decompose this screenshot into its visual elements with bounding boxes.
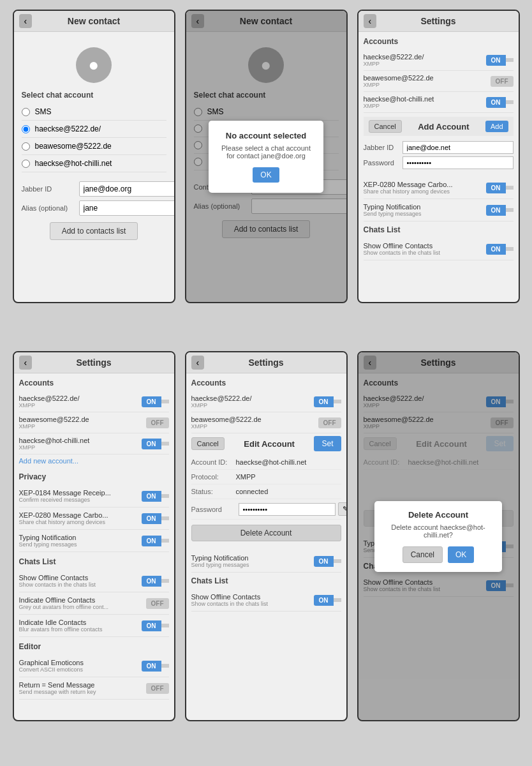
radio-input-acc1-1[interactable]	[22, 125, 30, 133]
typing-label-3: Typing Notification	[364, 203, 486, 211]
toggle-show-offline-3[interactable]: ON	[486, 244, 514, 255]
xep0280-row-4: XEP-0280 Message Carbo...Share chat hist…	[19, 507, 169, 530]
account-4-3: haeckse@hot-chilli.netXMPP ON	[19, 433, 169, 454]
xep0280-row-3: XEP-0280 Message Carbo...Share chat hist…	[364, 177, 514, 199]
password-row-3: Password	[364, 156, 514, 169]
password-input-5[interactable]	[239, 503, 336, 516]
radio-input-acc2-1[interactable]	[22, 142, 30, 151]
popup-title-2: No account selected	[219, 131, 313, 140]
screen-title-4: Settings	[76, 357, 111, 368]
indicate-idle-label-4: Indicate Idle Contacts	[19, 619, 142, 626]
account-4-1: haeckse@5222.de/XMPP ON	[19, 391, 169, 412]
radio-acc2-1[interactable]: beawesome@5222.de	[22, 138, 166, 155]
alias-input-1[interactable]	[79, 200, 175, 216]
back-button-4[interactable]: ‹	[19, 356, 33, 370]
typing-row-3: Typing NotificationSend typing messages …	[364, 199, 514, 222]
status-label-5: Status:	[191, 488, 236, 495]
accounts-label-3: Accounts	[364, 37, 514, 46]
jabberid-label-1: Jabber ID	[22, 185, 79, 193]
toggle-4-1[interactable]: ON	[142, 396, 169, 407]
cancel-btn-3[interactable]: Cancel	[369, 120, 402, 133]
toggle-5-1[interactable]: ON	[314, 396, 341, 407]
toggle-3-3[interactable]: ON	[486, 97, 514, 108]
show-offline-sub-5: Show contacts in the chats list	[191, 601, 314, 607]
acc-type-4-1: XMPP	[19, 402, 80, 409]
toggle-typing-4[interactable]: ON	[142, 536, 169, 546]
screen-title-5: Settings	[248, 357, 283, 368]
account-5-1: haeckse@5222.de/XMPP ON	[191, 391, 341, 412]
delete-account-btn-5[interactable]: Delete Account	[191, 525, 341, 541]
show-offline-label-4: Show Offline Contacts	[19, 574, 142, 582]
jabberid-input-3[interactable]	[403, 141, 514, 154]
account-item-1-3: haeckse@5222.de/XMPP ON	[364, 50, 514, 71]
add-btn-3[interactable]: Add	[485, 121, 508, 132]
toggle-indicate-idle-4[interactable]: ON	[142, 620, 169, 631]
toggle-typing-3[interactable]: ON	[486, 205, 514, 216]
toggle-indicate-offline-4[interactable]: OFF	[146, 598, 169, 609]
typing-row-5: Typing NotificationSend typing messages …	[191, 550, 341, 573]
toggle-xep0280-3[interactable]: ON	[486, 183, 514, 193]
set-btn-5[interactable]: Set	[314, 436, 341, 451]
add-account-bar: Cancel Add Account Add	[364, 117, 514, 136]
radio-input-acc3-1[interactable]	[22, 160, 30, 168]
typing-sub-5: Send typing messages	[191, 562, 314, 568]
accounts-label-5: Accounts	[191, 379, 341, 387]
protocol-value-5: XMPP	[236, 473, 256, 481]
acc-type-4-2: XMPP	[19, 423, 89, 430]
delete-popup-text-6: Delete account haeckse@hot-chilli.net?	[382, 523, 494, 539]
xep0184-row-4: XEP-0184 Message Receip...Confirm receiv…	[19, 485, 169, 507]
radio-acc3-1[interactable]: haeckse@hot-chilli.net	[22, 155, 166, 172]
popup-ok-btn-2[interactable]: OK	[253, 167, 279, 183]
avatar-1[interactable]: ●	[76, 47, 112, 83]
typing-row-4: Typing NotificationSend typing messages …	[19, 530, 169, 552]
chatslist-label-3: Chats List	[364, 225, 514, 234]
account-type-1-3: XMPP	[364, 61, 424, 67]
radio-input-sms-1[interactable]	[22, 108, 30, 116]
show-offline-label-3: Show Offline Contacts	[364, 242, 486, 250]
toggle-4-2[interactable]: OFF	[146, 417, 169, 428]
chatslist-label-5: Chats List	[191, 576, 341, 585]
protocol-label-5: Protocol:	[191, 473, 236, 481]
xep0280-label-4: XEP-0280 Message Carbo...	[19, 511, 142, 519]
accountid-row-5: Account ID: haeckse@hot-chilli.net	[191, 455, 341, 470]
toggle-2-3[interactable]: OFF	[491, 76, 514, 87]
toggle-emoticons-4[interactable]: ON	[142, 661, 169, 672]
password-label-3: Password	[364, 159, 399, 167]
delete-ok-btn-6[interactable]: OK	[448, 546, 474, 563]
toggle-4-3[interactable]: ON	[142, 439, 169, 449]
password-input-3[interactable]	[403, 156, 514, 169]
screen-title-1: New contact	[68, 16, 120, 26]
popup-overlay-2: No account selected Please select a chat…	[186, 11, 346, 302]
return-send-sub-4: Send message with return key	[19, 689, 146, 695]
back-button-3[interactable]: ‹	[364, 14, 377, 28]
toggle-show-offline-4[interactable]: ON	[142, 576, 169, 587]
toggle-typing-5[interactable]: ON	[314, 556, 341, 567]
toggle-5-2[interactable]: OFF	[318, 417, 341, 428]
back-button-1[interactable]: ‹	[19, 14, 33, 28]
password-label-5: Password	[191, 506, 236, 513]
toggle-show-offline-5[interactable]: ON	[314, 595, 341, 606]
indicate-offline-sub-4: Grey out avatars from offline cont...	[19, 604, 146, 610]
toggle-xep0184-4[interactable]: ON	[142, 491, 169, 502]
password-edit-btn-5[interactable]: ✎	[338, 502, 348, 516]
delete-cancel-btn-6[interactable]: Cancel	[403, 546, 443, 563]
show-offline-row-4: Show Offline ContactsShow contacts in th…	[19, 570, 169, 592]
cancel-btn-5[interactable]: Cancel	[191, 437, 225, 450]
show-offline-label-5: Show Offline Contacts	[191, 593, 314, 601]
jabberid-input-1[interactable]	[79, 181, 175, 197]
toggle-xep0280-4[interactable]: ON	[142, 513, 169, 524]
add-new-account-link[interactable]: Add new account...	[19, 454, 169, 467]
avatar-area-1: ●	[22, 40, 166, 91]
indicate-offline-label-4: Indicate Offline Contacts	[19, 596, 146, 604]
toggle-return-send-4[interactable]: OFF	[146, 683, 169, 694]
screen-new-contact-2: ‹ New contact ● Select chat account SMS	[185, 10, 348, 303]
popup-box-2: No account selected Please select a chat…	[209, 121, 323, 193]
show-offline-row-5: Show Offline ContactsShow contacts in th…	[191, 589, 341, 612]
add-contacts-btn-1[interactable]: Add to contacts list	[50, 222, 138, 240]
radio-acc1-1[interactable]: haeckse@5222.de/	[22, 121, 166, 138]
xep0280-sub-4: Share chat history among devices	[19, 519, 142, 525]
radio-sms-1[interactable]: SMS	[22, 103, 166, 121]
back-button-5[interactable]: ‹	[191, 356, 205, 370]
toggle-1-3[interactable]: ON	[486, 55, 514, 66]
protocol-row-5: Protocol: XMPP	[191, 470, 341, 484]
